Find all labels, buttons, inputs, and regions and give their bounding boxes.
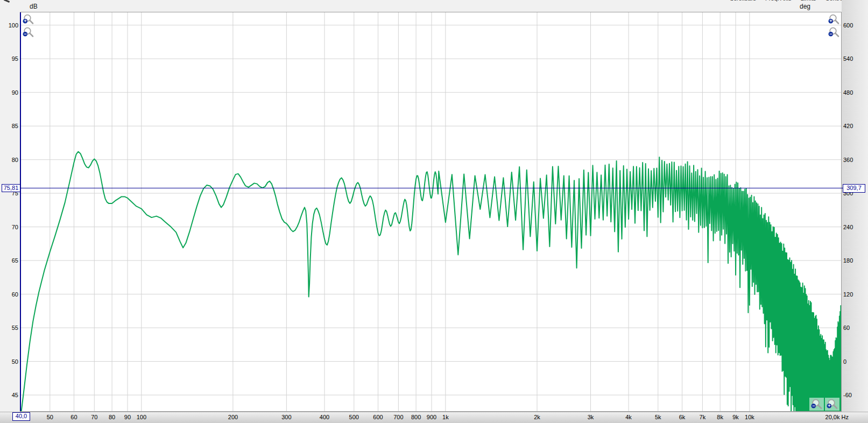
svg-text:−: −	[812, 403, 815, 408]
magnitude-curve	[20, 152, 841, 411]
zoom-in-y-left-icon[interactable]: +	[21, 13, 36, 26]
graph-control-scrollbars[interactable]: Scrollbars	[730, 0, 756, 2]
freq-tick-label: 200	[228, 414, 238, 420]
cursor-freq-readout: 40,0	[12, 412, 30, 421]
graph-control-limits[interactable]: Limits	[801, 0, 816, 2]
svg-text:+: +	[828, 403, 830, 408]
freq-tick-label: 8k	[717, 414, 723, 420]
deg-tick-label: 600	[843, 22, 867, 29]
freq-tick-label: 50	[47, 414, 53, 420]
freq-tick-label: 300	[281, 414, 291, 420]
freq-tick-label: 4k	[625, 414, 632, 420]
db-tick-label: 45	[0, 391, 18, 399]
measurement-window: ScrollbarsFreq. AxisLimitsControls dB de…	[0, 0, 868, 423]
deg-tick-label: 120	[843, 291, 867, 298]
svg-text:+: +	[829, 18, 832, 24]
db-tick-label: 95	[0, 55, 18, 62]
db-tick-label: 65	[0, 257, 18, 264]
svg-text:−: −	[829, 31, 832, 37]
cursor-db-readout: 75,81	[2, 184, 20, 192]
freq-tick-label: 400	[320, 414, 329, 420]
zoom-in-x-icon[interactable]: +	[825, 398, 839, 411]
cursor-vertical-line[interactable]	[20, 12, 21, 411]
freq-tick-label: 900	[427, 414, 436, 420]
freq-tick-label: 600	[373, 414, 383, 420]
deg-tick-label: 180	[843, 257, 867, 264]
zoom-out-x-icon[interactable]: −	[809, 398, 824, 411]
left-axis-unit-label: dB	[30, 3, 38, 10]
deg-tick-label: 60	[843, 324, 867, 332]
deg-tick-label: 0	[843, 358, 867, 365]
freq-tick-label: 7k	[700, 414, 706, 420]
freq-tick-label: 6k	[679, 414, 686, 420]
zoom-in-y-right-icon[interactable]: +	[827, 13, 841, 26]
freq-tick-label: 100	[137, 414, 146, 420]
cursor-deg-readout: 309,7	[843, 184, 865, 193]
db-tick-label: 85	[0, 122, 18, 130]
freq-tick-label: 2k	[534, 414, 540, 420]
freq-tick-label: 5k	[655, 414, 661, 420]
graph-controls-bar: ScrollbarsFreq. AxisLimitsControls	[730, 0, 848, 2]
deg-tick-label: 420	[843, 122, 867, 130]
db-tick-label: 60	[0, 291, 18, 298]
right-axis-unit-label: deg	[800, 3, 810, 10]
db-tick-label: 100	[0, 22, 18, 29]
db-tick-label: 50	[0, 358, 18, 365]
chart-svg	[20, 12, 841, 411]
zoom-out-y-right-icon[interactable]: −	[827, 26, 841, 39]
clipped-text-fragment	[4, 0, 10, 3]
deg-tick-label: 540	[843, 55, 867, 62]
graph-control-freq-axis[interactable]: Freq. Axis	[765, 0, 792, 2]
deg-tick-label: -60	[843, 391, 867, 399]
freq-tick-label: 70	[91, 414, 97, 420]
svg-text:−: −	[24, 31, 26, 37]
db-tick-label: 90	[0, 89, 18, 96]
deg-tick-label: 360	[843, 156, 867, 164]
freq-tick-label: 1k	[442, 414, 449, 420]
freq-tick-label: 10k	[745, 414, 754, 420]
freq-tick-label: 700	[393, 414, 403, 420]
freq-tick-label: 60	[70, 414, 77, 420]
cursor-horizontal-line[interactable]	[20, 188, 843, 188]
freq-tick-label: 500	[349, 414, 359, 420]
freq-tick-label: 800	[411, 414, 421, 420]
db-tick-label: 55	[0, 324, 18, 332]
deg-tick-label: 480	[843, 89, 867, 96]
plot-area[interactable]	[20, 12, 842, 412]
db-tick-label: 80	[0, 156, 18, 164]
freq-axis-end-label: 20,0k Hz	[825, 414, 849, 420]
zoom-out-y-left-icon[interactable]: −	[21, 26, 36, 39]
deg-tick-label: 240	[843, 223, 867, 231]
freq-tick-label: 9k	[732, 414, 739, 420]
freq-tick-label: 90	[124, 414, 131, 420]
frequency-axis-band: 50607080901002003004005006007008009001k2…	[0, 412, 868, 423]
freq-tick-label: 3k	[588, 414, 594, 420]
svg-text:+: +	[24, 18, 26, 24]
db-tick-label: 70	[0, 223, 18, 231]
freq-tick-label: 80	[109, 414, 115, 420]
